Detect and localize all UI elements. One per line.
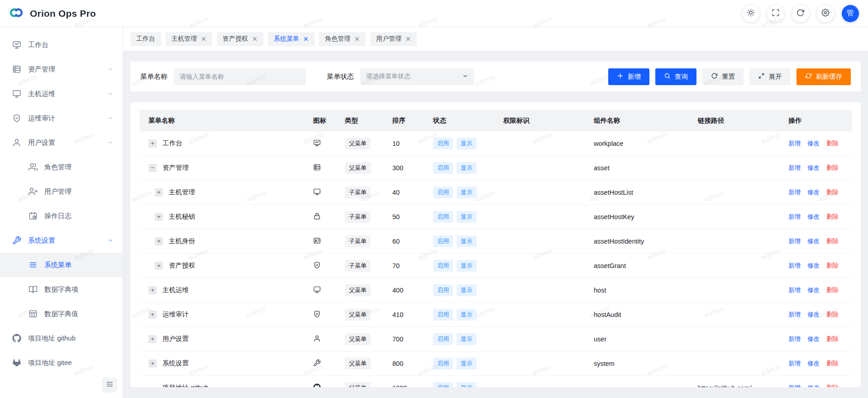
row-add-link[interactable]: 新增	[788, 164, 801, 172]
tab-4[interactable]: 角色管理	[319, 32, 366, 46]
refresh-cache-button[interactable]: 刷新缓存	[796, 68, 851, 85]
row-expand-button[interactable]: +	[148, 311, 157, 319]
row-add-link[interactable]: 新增	[788, 213, 801, 221]
refresh-button[interactable]	[792, 5, 809, 22]
fullscreen-button[interactable]	[767, 5, 784, 22]
row-delete-link[interactable]: 删除	[826, 360, 839, 368]
row-add-link[interactable]: 新增	[788, 286, 801, 294]
row-delete-link[interactable]: 删除	[826, 384, 839, 388]
sidebar-item-12[interactable]: 项目地址 github	[0, 326, 123, 350]
row-add-link[interactable]: 新增	[788, 360, 801, 368]
menu-sort-cell: 40	[388, 189, 429, 196]
row-add-link[interactable]: 新增	[788, 139, 801, 148]
row-edit-link[interactable]: 修改	[807, 286, 820, 294]
row-add-link[interactable]: 新增	[788, 311, 801, 319]
sidebar-item-10[interactable]: 数据字典项	[0, 277, 123, 302]
button-label: 新增	[628, 72, 641, 81]
row-expand-button[interactable]: +	[155, 213, 163, 221]
close-icon[interactable]	[252, 36, 258, 42]
type-tag: 父菜单	[345, 333, 371, 345]
row-expand-button[interactable]: −	[148, 164, 157, 172]
type-tag: 父菜单	[345, 162, 371, 174]
sidebar-item-5[interactable]: 角色管理	[0, 155, 123, 179]
row-edit-link[interactable]: 修改	[807, 384, 820, 388]
sidebar-item-13[interactable]: 项目地址 gitee	[0, 350, 123, 375]
row-actions-cell: 新增修改删除	[784, 335, 852, 343]
row-expand-button[interactable]: +	[148, 360, 157, 368]
menu-name-input[interactable]	[174, 68, 306, 85]
row-edit-link[interactable]: 修改	[807, 360, 820, 368]
tab-3[interactable]: 系统菜单	[268, 32, 315, 46]
row-delete-link[interactable]: 删除	[826, 286, 839, 294]
menu-status-select[interactable]: 请选择菜单状态	[360, 68, 474, 85]
row-delete-link[interactable]: 删除	[826, 311, 839, 319]
settings-button[interactable]	[817, 5, 834, 22]
close-icon[interactable]	[201, 36, 206, 42]
sidebar-item-7[interactable]: 操作日志	[0, 204, 123, 228]
theme-toggle-button[interactable]	[742, 5, 759, 22]
row-edit-link[interactable]: 修改	[807, 188, 820, 197]
search-button[interactable]: 查询	[655, 68, 696, 85]
row-delete-link[interactable]: 删除	[826, 213, 839, 221]
tab-1[interactable]: 主机管理	[166, 32, 212, 46]
tab-label: 资产授权	[223, 35, 248, 43]
close-icon[interactable]	[354, 36, 360, 42]
close-icon[interactable]	[405, 36, 411, 42]
row-delete-link[interactable]: 删除	[826, 188, 839, 197]
sidebar-item-8[interactable]: 系统设置	[0, 228, 123, 253]
sidebar-item-2[interactable]: 主机运维	[0, 82, 123, 106]
sidebar-item-1[interactable]: 资产管理	[0, 57, 123, 82]
sidebar-collapse-button[interactable]	[102, 377, 117, 393]
sidebar-item-6[interactable]: 用户管理	[0, 179, 123, 204]
row-expand-button[interactable]: +	[148, 335, 157, 343]
column-header: 图标	[309, 116, 340, 125]
menu-name: 工作台	[162, 139, 182, 148]
row-add-link[interactable]: 新增	[788, 335, 801, 343]
row-expand-button[interactable]: +	[155, 262, 163, 270]
sidebar-item-0[interactable]: 工作台	[0, 33, 123, 57]
expand-button[interactable]: 展开	[749, 68, 791, 85]
tab-2[interactable]: 资产授权	[217, 32, 263, 46]
row-add-link[interactable]: 新增	[788, 237, 801, 245]
row-expand-button[interactable]: +	[155, 237, 163, 245]
row-edit-link[interactable]: 修改	[807, 335, 820, 343]
close-icon[interactable]	[303, 36, 309, 42]
row-add-link[interactable]: 新增	[788, 384, 801, 388]
row-edit-link[interactable]: 修改	[807, 213, 820, 221]
row-add-link[interactable]: 新增	[788, 262, 801, 270]
row-delete-link[interactable]: 删除	[826, 139, 839, 148]
menu-icon-cell	[309, 310, 340, 319]
row-delete-link[interactable]: 删除	[826, 237, 839, 245]
menu-name: 主机秘钥	[169, 212, 195, 221]
avatar[interactable]: 管	[842, 5, 859, 22]
tab-0[interactable]: 工作台	[130, 32, 161, 46]
column-header: 类型	[340, 116, 388, 125]
row-actions-cell: 新增修改删除	[784, 311, 852, 319]
row-add-link[interactable]: 新增	[788, 188, 801, 197]
row-edit-link[interactable]: 修改	[807, 139, 820, 148]
table-row: +主机秘钥子菜单50启用显示assetHostKey新增修改删除	[139, 205, 852, 229]
add-button[interactable]: 新增	[608, 68, 649, 85]
row-expand-button[interactable]: +	[148, 139, 157, 148]
tab-5[interactable]: 用户管理	[370, 32, 417, 46]
row-delete-link[interactable]: 删除	[826, 262, 839, 270]
sidebar-item-3[interactable]: 运维审计	[0, 106, 123, 130]
reset-button[interactable]: 重置	[702, 68, 744, 85]
github-icon	[313, 384, 321, 388]
sidebar-item-4[interactable]: 用户设置	[0, 130, 123, 155]
type-tag: 子菜单	[345, 187, 371, 198]
collapse-sidebar-icon	[106, 380, 114, 389]
row-edit-link[interactable]: 修改	[807, 164, 820, 172]
row-expand-button[interactable]: +	[155, 188, 163, 197]
row-delete-link[interactable]: 删除	[826, 164, 839, 172]
row-expand-button[interactable]: +	[148, 286, 157, 294]
sidebar-item-9[interactable]: 系统菜单	[0, 253, 123, 277]
row-edit-link[interactable]: 修改	[807, 311, 820, 319]
row-delete-link[interactable]: 删除	[826, 335, 839, 343]
sidebar-item-11[interactable]: 数据字典值	[0, 302, 123, 326]
row-edit-link[interactable]: 修改	[807, 262, 820, 270]
row-edit-link[interactable]: 修改	[807, 237, 820, 245]
sidebar-item-label: 用户设置	[28, 139, 100, 147]
monitor-icon	[313, 188, 321, 196]
menu-name: 主机身份	[169, 237, 195, 245]
